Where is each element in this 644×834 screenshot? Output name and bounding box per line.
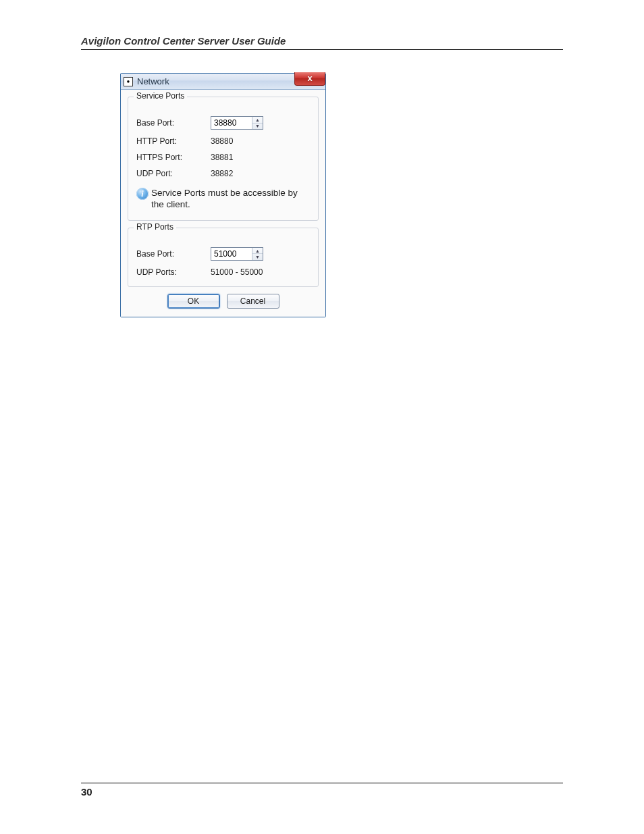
https-port-label: HTTPS Port: — [136, 153, 211, 162]
rtp-ports-group: RTP Ports Base Port: ▲ ▼ UDP Ports: 5100… — [128, 228, 319, 287]
dialog-button-row: OK Cancel — [128, 294, 319, 309]
service-base-port-spinner[interactable]: ▲ ▼ — [211, 116, 263, 130]
rtp-base-port-spinner[interactable]: ▲ ▼ — [211, 247, 263, 261]
dialog-title: Network — [137, 76, 169, 86]
close-icon: x — [307, 73, 312, 83]
rtp-udp-ports-label: UDP Ports: — [136, 267, 211, 277]
service-ports-group: Service Ports Base Port: ▲ ▼ HTTP Port: … — [128, 97, 319, 221]
page-header-title: Avigilon Control Center Server User Guid… — [81, 35, 286, 47]
close-button[interactable]: x — [294, 72, 325, 86]
page-number: 30 — [81, 786, 92, 798]
service-base-port-label: Base Port: — [136, 118, 211, 128]
rtp-udp-ports-value: 51000 - 55000 — [211, 267, 263, 277]
service-ports-legend: Service Ports — [134, 91, 187, 101]
network-dialog: ● Network x Service Ports Base Port: ▲ ▼ — [120, 73, 326, 317]
rtp-base-port-label: Base Port: — [136, 249, 211, 259]
spinner-up-icon[interactable]: ▲ — [252, 248, 263, 255]
page-header: Avigilon Control Center Server User Guid… — [81, 35, 563, 50]
udp-port-value: 38882 — [211, 169, 233, 178]
udp-port-label: UDP Port: — [136, 169, 211, 178]
dialog-icon: ● — [124, 77, 133, 86]
https-port-value: 38881 — [211, 153, 233, 162]
cancel-button[interactable]: Cancel — [227, 294, 279, 309]
rtp-ports-legend: RTP Ports — [134, 222, 176, 232]
ok-button[interactable]: OK — [167, 294, 220, 309]
dialog-titlebar[interactable]: ● Network x — [121, 74, 325, 90]
service-ports-info-text: Service Ports must be accessible by the … — [151, 188, 310, 211]
rtp-base-port-input[interactable] — [211, 248, 252, 260]
page-footer: 30 — [81, 783, 563, 798]
spinner-down-icon[interactable]: ▼ — [252, 124, 263, 130]
http-port-label: HTTP Port: — [136, 136, 211, 146]
spinner-up-icon[interactable]: ▲ — [252, 117, 263, 124]
spinner-down-icon[interactable]: ▼ — [252, 254, 263, 260]
dialog-body: Service Ports Base Port: ▲ ▼ HTTP Port: … — [121, 90, 325, 317]
info-icon: i — [136, 188, 149, 200]
http-port-value: 38880 — [211, 136, 233, 146]
service-base-port-input[interactable] — [211, 117, 252, 129]
